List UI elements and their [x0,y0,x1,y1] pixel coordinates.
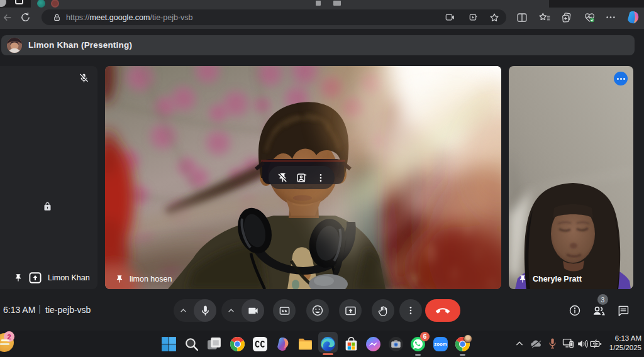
svg-text:zoom: zoom [434,341,447,347]
